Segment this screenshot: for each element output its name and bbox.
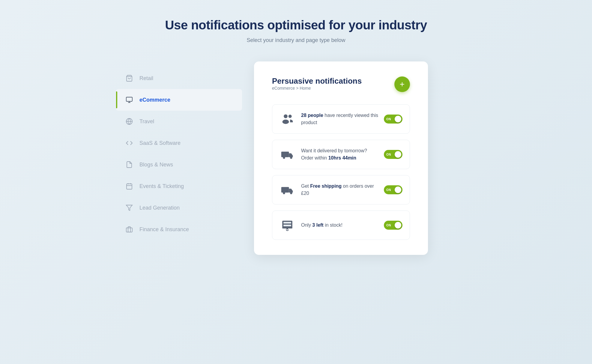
notification-item-viewers: 28 people have recently viewed this prod…: [272, 104, 410, 134]
svg-marker-10: [126, 205, 132, 210]
shipping-truck-icon: [280, 182, 295, 198]
add-notification-button[interactable]: +: [394, 76, 410, 92]
svg-rect-6: [127, 184, 132, 189]
briefcase-icon: [125, 225, 133, 234]
card-header: Persuasive notifications eCommerce > Hom…: [272, 76, 410, 101]
svg-rect-18: [281, 187, 289, 192]
cart-icon: [125, 74, 133, 82]
notification-item-delivery: Want it delivered by tomorrow? Order wit…: [272, 140, 410, 169]
svg-point-12: [284, 114, 288, 118]
sidebar-label-saas: SaaS & Software: [139, 140, 181, 146]
svg-rect-1: [126, 97, 132, 101]
funnel-icon: [125, 204, 133, 212]
sidebar-item-travel[interactable]: Travel: [116, 111, 242, 132]
card-panel: Persuasive notifications eCommerce > Hom…: [254, 61, 428, 255]
svg-point-17: [290, 157, 292, 159]
notification-item-shipping: Get Free shipping on orders over £20 ON: [272, 175, 410, 204]
calendar-icon: [125, 182, 133, 190]
toggle-viewers[interactable]: ON: [384, 115, 402, 124]
monitor-icon: [125, 96, 133, 104]
svg-point-13: [283, 120, 289, 124]
globe-icon: [125, 117, 133, 126]
content-area: Retail eCommerce: [86, 61, 506, 255]
svg-rect-15: [281, 152, 289, 157]
stock-icon: [280, 217, 295, 233]
notification-list: 28 people have recently viewed this prod…: [272, 104, 410, 240]
sidebar-label-ecommerce: eCommerce: [139, 97, 170, 103]
sidebar-item-retail[interactable]: Retail: [116, 67, 242, 89]
toggle-stock[interactable]: ON: [384, 221, 402, 230]
svg-point-20: [290, 192, 292, 194]
svg-rect-24: [283, 225, 291, 226]
svg-rect-23: [283, 222, 291, 224]
sidebar-item-lead[interactable]: Lead Generation: [116, 197, 242, 219]
svg-point-19: [283, 192, 285, 194]
page-header: Use notifications optimised for your ind…: [165, 18, 427, 43]
sidebar-label-retail: Retail: [139, 75, 153, 82]
people-icon: [280, 111, 295, 127]
sidebar-item-blogs[interactable]: Blogs & News: [116, 154, 242, 175]
toggle-shipping[interactable]: ON: [384, 185, 402, 194]
sidebar-label-lead: Lead Generation: [139, 205, 180, 211]
sidebar-label-events: Events & Ticketing: [139, 183, 184, 189]
page-subtitle: Select your industry and page type below: [165, 37, 427, 43]
page-title: Use notifications optimised for your ind…: [165, 18, 427, 32]
notification-text-shipping: Get Free shipping on orders over £20: [301, 183, 379, 197]
svg-rect-11: [126, 228, 132, 232]
sidebar-label-blogs: Blogs & News: [139, 162, 173, 168]
card-title: Persuasive notifications: [272, 76, 362, 86]
delivery-truck-icon: [280, 147, 295, 162]
notification-text-viewers: 28 people have recently viewed this prod…: [301, 112, 379, 126]
sidebar-label-finance: Finance & Insurance: [139, 226, 189, 233]
file-icon: [125, 160, 133, 169]
svg-point-14: [289, 115, 292, 118]
card-title-group: Persuasive notifications eCommerce > Hom…: [272, 76, 362, 101]
svg-point-16: [283, 157, 285, 159]
notification-text-delivery: Want it delivered by tomorrow? Order wit…: [301, 147, 379, 162]
code-icon: [125, 139, 133, 147]
toggle-delivery[interactable]: ON: [384, 150, 402, 159]
sidebar-label-travel: Travel: [139, 118, 154, 125]
sidebar-item-ecommerce[interactable]: eCommerce: [116, 89, 242, 111]
plus-icon: +: [400, 79, 405, 89]
sidebar-item-saas[interactable]: SaaS & Software: [116, 132, 242, 154]
notification-text-stock: Only 3 left in stock!: [301, 222, 342, 229]
card-breadcrumb: eCommerce > Home: [272, 86, 362, 91]
page-container: Use notifications optimised for your ind…: [0, 0, 592, 364]
sidebar-item-finance[interactable]: Finance & Insurance: [116, 219, 242, 240]
sidebar: Retail eCommerce: [116, 61, 242, 240]
svg-point-25: [286, 228, 289, 231]
sidebar-item-events[interactable]: Events & Ticketing: [116, 175, 242, 197]
notification-item-stock: Only 3 left in stock! ON: [272, 210, 410, 240]
